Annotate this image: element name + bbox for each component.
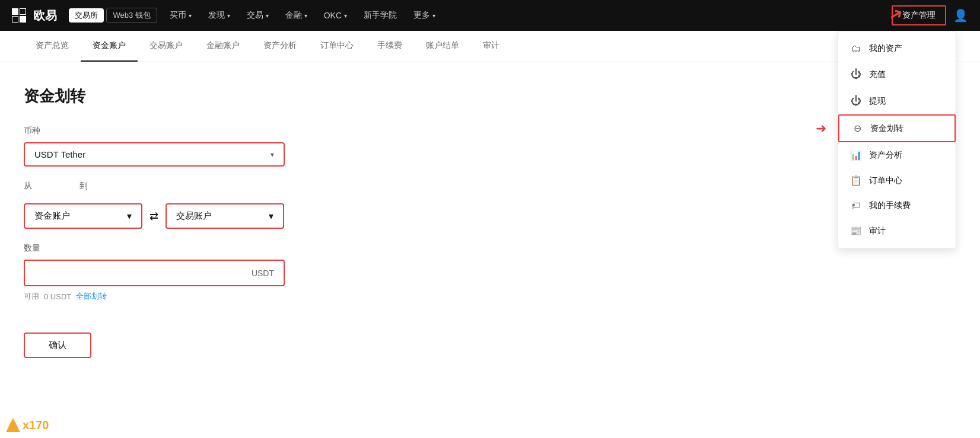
sub-nav-audit[interactable]: 审计: [471, 31, 511, 62]
available-prefix: 可用: [24, 291, 39, 302]
menu-audit-label: 审计: [869, 226, 886, 236]
menu-audit[interactable]: 📰 审计: [838, 218, 956, 244]
to-label: 到: [79, 181, 88, 191]
web3-tab[interactable]: Web3 钱包: [106, 8, 157, 23]
nav-links: 买币▾ 发现▾ 交易▾ 金融▾ OKC▾ 新手学院 更多▾: [163, 7, 892, 24]
exchange-tab[interactable]: 交易所: [69, 8, 104, 23]
available-row: 可用 0 USDT 全部划转: [24, 291, 451, 302]
from-account-dropdown[interactable]: 资金账户 ▾: [24, 203, 142, 229]
from-label: 从: [24, 181, 32, 191]
nav-academy[interactable]: 新手学院: [357, 7, 404, 24]
brand-name: 欧易: [33, 8, 57, 24]
asset-mgmt-button[interactable]: 资产管理: [892, 5, 946, 25]
menu-withdraw[interactable]: ⏻ 提现: [838, 88, 956, 114]
asset-dropdown-menu: 🗂 我的资产 ⏻ 充值 ⏻ 提现 ➜ ⊖ 资金划转 📊 资产分析 📋 订单中心 …: [838, 31, 956, 249]
currency-section: 币种 USDT Tether ▾: [24, 126, 451, 167]
sub-nav-fund-account[interactable]: 资金账户: [81, 31, 138, 62]
from-chevron-icon: ▾: [127, 210, 132, 222]
sub-nav-order-center[interactable]: 订单中心: [308, 31, 365, 62]
menu-transfer[interactable]: ➜ ⊖ 资金划转: [838, 114, 956, 142]
menu-withdraw-label: 提现: [869, 96, 886, 107]
swap-button[interactable]: ⇄: [149, 210, 158, 223]
buy-chevron-icon: ▾: [189, 12, 192, 19]
amount-input[interactable]: [25, 261, 242, 285]
currency-value: USDT Tether: [34, 149, 85, 159]
currency-label: 币种: [24, 126, 451, 136]
currency-dropdown[interactable]: USDT Tether ▾: [24, 142, 285, 167]
arrow-annotation-transfer: ➜: [816, 121, 826, 136]
sub-nav-account-statement[interactable]: 账户结单: [414, 31, 471, 62]
withdraw-icon: ⏻: [850, 95, 862, 107]
okc-chevron-icon: ▾: [344, 12, 347, 19]
logo-icon: [12, 8, 26, 23]
from-to-section: 从 到 资金账户 ▾ ⇄ 交易账户 ▾: [24, 181, 451, 229]
menu-transfer-label: 资金划转: [870, 123, 903, 134]
transfer-all-link[interactable]: 全部划转: [76, 291, 107, 302]
user-profile-button[interactable]: 👤: [953, 8, 968, 23]
nav-buy[interactable]: 买币▾: [163, 7, 199, 24]
to-account-value: 交易账户: [176, 210, 212, 222]
menu-order-center-label: 订单中心: [869, 175, 902, 186]
menu-my-assets-label: 我的资产: [869, 43, 902, 54]
menu-order-center[interactable]: 📋 订单中心: [838, 168, 956, 193]
nav-finance[interactable]: 金融▾: [278, 7, 314, 24]
to-chevron-icon: ▾: [269, 210, 273, 222]
menu-asset-analysis-label: 资产分析: [869, 150, 902, 161]
amount-input-wrap: USDT: [24, 260, 285, 286]
menu-asset-analysis[interactable]: 📊 资产分析: [838, 142, 956, 168]
amount-section: 数量 USDT 可用 0 USDT 全部划转: [24, 243, 451, 302]
nav-discover[interactable]: 发现▾: [201, 7, 237, 24]
discover-chevron-icon: ▾: [227, 12, 230, 19]
sub-nav-finance-account[interactable]: 金融账户: [195, 31, 252, 62]
nav-right: 资产管理 👤: [892, 5, 968, 25]
sub-nav: 资产总览 资金账户 交易账户 金融账户 资产分析 订单中心 手续费 账户结单 审…: [0, 31, 980, 62]
fees-icon: 🏷: [850, 200, 862, 211]
amount-label: 数量: [24, 243, 451, 254]
nav-trade[interactable]: 交易▾: [240, 7, 276, 24]
audit-icon: 📰: [850, 225, 862, 236]
top-nav: ➜ 欧易 交易所 Web3 钱包 买币▾ 发现▾ 交易▾ 金融▾ OKC▾ 新手…: [0, 0, 980, 31]
asset-analysis-icon: 📊: [850, 149, 862, 161]
amount-unit: USDT: [242, 261, 284, 285]
available-amount: 0 USDT: [44, 292, 71, 301]
confirm-button[interactable]: 确认: [24, 333, 91, 358]
my-assets-icon: 🗂: [850, 43, 862, 54]
logo-grid: [12, 8, 26, 23]
sub-nav-fees[interactable]: 手续费: [365, 31, 414, 62]
finance-chevron-icon: ▾: [304, 12, 307, 19]
page-title: 资金划转: [24, 86, 451, 107]
more-chevron-icon: ▾: [432, 12, 435, 19]
transfer-icon: ⊖: [851, 123, 863, 134]
sub-nav-asset-analysis[interactable]: 资产分析: [252, 31, 308, 62]
currency-chevron-icon: ▾: [271, 151, 274, 159]
trade-chevron-icon: ▾: [266, 12, 269, 19]
from-to-row: 资金账户 ▾ ⇄ 交易账户 ▾: [24, 203, 451, 229]
from-account-value: 资金账户: [34, 210, 70, 222]
sub-nav-asset-overview[interactable]: 资产总览: [24, 31, 81, 62]
nav-okc[interactable]: OKC▾: [317, 7, 354, 24]
menu-my-fees[interactable]: 🏷 我的手续费: [838, 193, 956, 218]
to-account-dropdown[interactable]: 交易账户 ▾: [166, 203, 284, 229]
main-content: 资金划转 币种 USDT Tether ▾ 从 到 资金账户 ▾ ⇄ 交易账户 …: [0, 62, 475, 382]
menu-my-assets[interactable]: 🗂 我的资产: [838, 36, 956, 61]
logo-area: 欧易: [12, 8, 57, 24]
nav-more[interactable]: 更多▾: [406, 7, 443, 24]
recharge-icon: ⏻: [850, 68, 862, 81]
order-center-icon: 📋: [850, 175, 862, 186]
menu-recharge-label: 充值: [869, 69, 886, 80]
menu-recharge[interactable]: ⏻ 充值: [838, 61, 956, 88]
sub-nav-trade-account[interactable]: 交易账户: [138, 31, 195, 62]
menu-my-fees-label: 我的手续费: [869, 200, 911, 211]
